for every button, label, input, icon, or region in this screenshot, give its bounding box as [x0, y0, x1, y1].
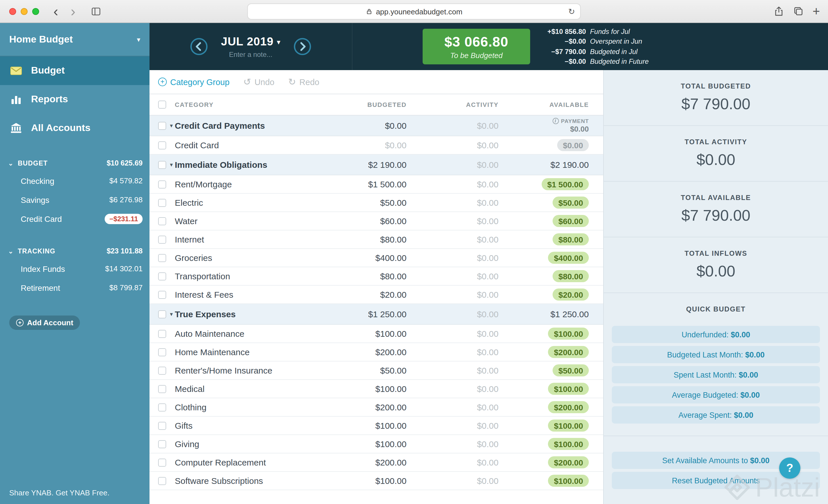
- available-pill[interactable]: $60.00: [552, 215, 589, 227]
- account-group-header[interactable]: ⌄BUDGET$10 625.69: [0, 155, 150, 171]
- category-row[interactable]: Water$60.00$0.00$60.00: [150, 212, 603, 230]
- category-row[interactable]: Clothing$200.00$0.00$200.00: [150, 398, 603, 417]
- row-checkbox[interactable]: [158, 440, 166, 448]
- budget-switcher[interactable]: Home Budget ▾: [0, 23, 150, 56]
- category-row[interactable]: Internet$80.00$0.00$80.00: [150, 230, 603, 249]
- zoom-window-button[interactable]: [32, 8, 39, 15]
- sidebar-item-budget[interactable]: Budget: [0, 56, 150, 85]
- add-account-button[interactable]: + Add Account: [9, 316, 80, 330]
- budgeted-amount[interactable]: $1 500.00: [305, 179, 407, 189]
- row-checkbox[interactable]: [158, 141, 166, 149]
- category-name[interactable]: Transportation: [175, 271, 305, 281]
- column-header-activity[interactable]: ACTIVITY: [407, 101, 499, 108]
- available-pill[interactable]: $0.00: [557, 139, 589, 151]
- category-row[interactable]: Gifts$100.00$0.00$100.00: [150, 417, 603, 435]
- quick-budget-spent-last-month[interactable]: Spent Last Month: $0.00: [612, 366, 820, 383]
- row-checkbox[interactable]: [158, 272, 166, 280]
- tab-overview-icon[interactable]: [793, 6, 804, 17]
- available-pill[interactable]: $80.00: [552, 233, 589, 245]
- month-title[interactable]: JUL 2019▾: [221, 35, 280, 48]
- sidebar-account-credit-card[interactable]: Credit Card−$231.11: [0, 209, 150, 228]
- budgeted-amount[interactable]: $80.00: [305, 271, 407, 281]
- category-row[interactable]: Transportation$80.00$0.00$80.00: [150, 267, 603, 286]
- available-pill[interactable]: $80.00: [552, 270, 589, 282]
- row-checkbox[interactable]: [158, 330, 166, 338]
- row-checkbox[interactable]: [158, 254, 166, 262]
- budgeted-amount[interactable]: $60.00: [305, 216, 407, 226]
- budgeted-amount[interactable]: $400.00: [305, 253, 407, 263]
- available-pill[interactable]: $100.00: [548, 475, 589, 487]
- row-checkbox[interactable]: [158, 310, 166, 318]
- category-name[interactable]: Auto Maintenance: [175, 329, 305, 338]
- category-name[interactable]: Home Maintenance: [175, 347, 305, 357]
- category-name[interactable]: Computer Replacement: [175, 457, 305, 467]
- sidebar-footer-text[interactable]: Share YNAB. Get YNAB Free.: [9, 489, 110, 497]
- category-row[interactable]: Auto Maintenance$100.00$0.00$100.00: [150, 325, 603, 343]
- category-name[interactable]: Software Subscriptions: [175, 476, 305, 486]
- sidebar-account-savings[interactable]: Savings$6 276.98: [0, 190, 150, 209]
- category-name[interactable]: Water: [175, 216, 305, 226]
- category-name[interactable]: Electric: [175, 198, 305, 208]
- minimize-window-button[interactable]: [21, 8, 28, 15]
- month-note-input[interactable]: Enter a note...: [221, 50, 280, 58]
- row-checkbox[interactable]: [158, 348, 166, 356]
- collapse-icon[interactable]: ▾: [168, 123, 175, 129]
- available-pill[interactable]: $100.00: [548, 328, 589, 340]
- quick-budget-average-budgeted[interactable]: Average Budgeted: $0.00: [612, 386, 820, 403]
- close-window-button[interactable]: [9, 8, 16, 15]
- refresh-icon[interactable]: ↻: [568, 7, 575, 16]
- category-row[interactable]: Renter's/Home Insurance$50.00$0.00$50.00: [150, 362, 603, 380]
- category-row[interactable]: Software Subscriptions$100.00$0.00$100.0…: [150, 472, 603, 490]
- row-checkbox[interactable]: [158, 235, 166, 243]
- budgeted-amount[interactable]: $100.00: [305, 384, 407, 394]
- row-checkbox[interactable]: [158, 122, 166, 130]
- redo-button[interactable]: ↻ Redo: [288, 77, 320, 87]
- quick-budget-underfunded[interactable]: Underfunded: $0.00: [612, 326, 820, 343]
- category-name[interactable]: Credit Card Payments: [175, 121, 305, 131]
- available-pill[interactable]: $1 500.00: [541, 178, 589, 190]
- quick-budget-average-spent[interactable]: Average Spent: $0.00: [612, 406, 820, 423]
- row-checkbox[interactable]: [158, 198, 166, 207]
- budgeted-amount[interactable]: $100.00: [305, 329, 407, 338]
- collapse-icon[interactable]: ▾: [168, 162, 175, 168]
- category-name[interactable]: Rent/Mortgage: [175, 179, 305, 189]
- column-header-category[interactable]: CATEGORY: [175, 101, 305, 108]
- category-row[interactable]: Giving$100.00$0.00$100.00: [150, 435, 603, 453]
- budgeted-amount[interactable]: $200.00: [305, 457, 407, 467]
- quick-budget-budgeted-last-month[interactable]: Budgeted Last Month: $0.00: [612, 346, 820, 363]
- sidebar-account-index-funds[interactable]: Index Funds$14 302.01: [0, 259, 150, 278]
- available-pill[interactable]: $100.00: [548, 438, 589, 450]
- row-checkbox[interactable]: [158, 161, 166, 169]
- category-row[interactable]: Medical$100.00$0.00$100.00: [150, 380, 603, 398]
- category-name[interactable]: Groceries: [175, 253, 305, 263]
- select-all-checkbox[interactable]: [158, 101, 166, 108]
- available-pill[interactable]: $100.00: [548, 419, 589, 431]
- category-group-row[interactable]: ▾True Expenses$1 250.00$0.00$1 250.00: [150, 304, 603, 325]
- available-pill[interactable]: $100.00: [548, 383, 589, 395]
- browser-forward-button[interactable]: ›: [65, 3, 82, 20]
- category-name[interactable]: Giving: [175, 439, 305, 449]
- row-checkbox[interactable]: [158, 290, 166, 299]
- row-checkbox[interactable]: [158, 180, 166, 188]
- budgeted-amount[interactable]: $200.00: [305, 347, 407, 357]
- previous-month-button[interactable]: [190, 37, 208, 56]
- budgeted-amount[interactable]: $100.00: [305, 476, 407, 486]
- add-category-group-button[interactable]: + Category Group: [158, 77, 230, 87]
- budgeted-amount[interactable]: $100.00: [305, 421, 407, 430]
- category-row[interactable]: Electric$50.00$0.00$50.00: [150, 194, 603, 212]
- share-icon[interactable]: [773, 6, 784, 17]
- address-bar[interactable]: app.youneedabudget.com ↻: [247, 3, 581, 19]
- row-checkbox[interactable]: [158, 403, 166, 411]
- category-name[interactable]: Renter's/Home Insurance: [175, 366, 305, 375]
- budgeted-amount[interactable]: $20.00: [305, 290, 407, 300]
- column-header-available[interactable]: AVAILABLE: [499, 101, 589, 108]
- category-name[interactable]: Interest & Fees: [175, 290, 305, 300]
- budgeted-amount[interactable]: $50.00: [305, 366, 407, 375]
- available-pill[interactable]: $20.00: [552, 288, 589, 301]
- budgeted-amount[interactable]: $200.00: [305, 402, 407, 412]
- category-name[interactable]: Internet: [175, 234, 305, 244]
- budgeted-amount[interactable]: $100.00: [305, 439, 407, 449]
- browser-back-button[interactable]: ‹: [47, 3, 65, 20]
- row-checkbox[interactable]: [158, 366, 166, 374]
- undo-button[interactable]: ↺ Undo: [243, 77, 274, 87]
